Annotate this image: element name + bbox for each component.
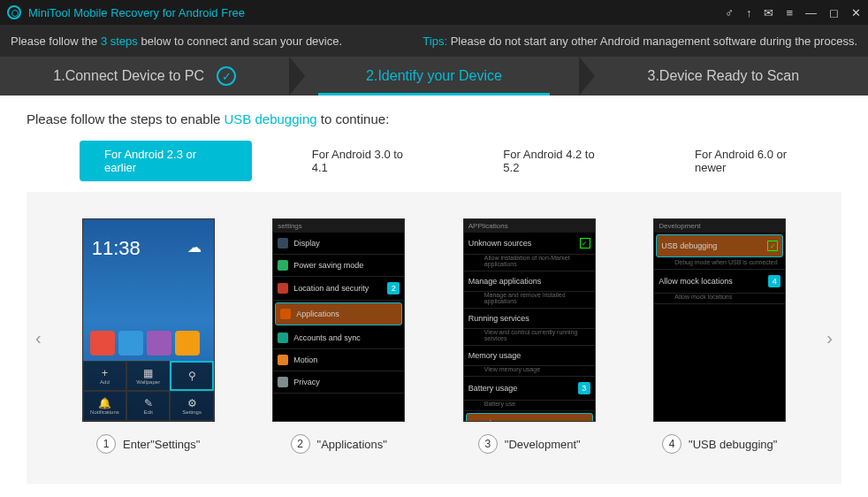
settings-row: Manage applications: [464, 271, 595, 292]
settings-row: Privacy: [273, 371, 404, 394]
settings-row: USB debugging✓: [656, 234, 783, 257]
guide-panel-2: settings DisplayPower saving modeLocatio…: [253, 218, 426, 457]
app-icon: [90, 331, 115, 356]
caption-3: 3 "Development": [478, 434, 581, 454]
settings-row: Accounts and sync: [273, 327, 404, 349]
step-bar: 1.Connect Device to PC ✓ 2.Identify your…: [0, 57, 868, 96]
arrow-icon: [289, 57, 305, 96]
guide-panel-4: Development USB debugging✓Debug mode whe…: [634, 218, 807, 457]
step-ready[interactable]: 3.Device Ready to Scan: [579, 57, 868, 96]
phone-screen-development: Development USB debugging✓Debug mode whe…: [653, 218, 786, 422]
settings-row: Display: [273, 233, 404, 255]
step-identify[interactable]: 2.Identify your Device: [289, 57, 578, 96]
caption-1: 1 Enter"Settings": [96, 434, 200, 454]
app-icon: [175, 331, 200, 356]
step-connect[interactable]: 1.Connect Device to PC ✓: [0, 57, 289, 96]
titlebar: MiniTool Mobile Recovery for Android Fre…: [0, 0, 868, 25]
info-right: Tips: Please do not start any other Andr…: [423, 34, 857, 48]
guide-panel-1: 11:38 ☁ +Add▦Wallpaper⚲🔔Notifications✎Ed…: [62, 218, 235, 457]
dock: +Add▦Wallpaper⚲🔔Notifications✎Edit⚙Setti…: [83, 361, 214, 421]
key-icon[interactable]: ♂: [725, 6, 734, 19]
arrow-icon: [579, 57, 595, 96]
app-icon: [147, 331, 171, 356]
weather-icon: ☁: [187, 239, 202, 256]
guide-panel-3: APPlications Unknown sources✓Allow insta…: [443, 218, 616, 457]
tab-android-3-0[interactable]: For Android 3.0 to 4.1: [287, 141, 444, 181]
app-icon: [118, 331, 143, 356]
maximize-button[interactable]: ◻: [829, 6, 839, 19]
dock-item: ▦Wallpaper: [126, 361, 170, 391]
tab-android-6-0[interactable]: For Android 6.0 or newer: [670, 141, 841, 181]
upgrade-icon[interactable]: ↑: [746, 6, 752, 19]
minimize-button[interactable]: —: [805, 6, 817, 19]
info-left: Please follow the 3 steps below to conne…: [11, 34, 342, 48]
settings-row: Allow mock locations4: [654, 270, 785, 294]
instruction-text: Please follow the steps to enable USB de…: [27, 111, 841, 126]
app-grid: [83, 331, 214, 356]
dock-item: ⚲: [170, 361, 213, 391]
caption-4: 4 "USB debugging": [662, 434, 777, 454]
settings-row: Battery usage3: [464, 377, 595, 401]
close-button[interactable]: ✕: [851, 6, 861, 19]
dock-item: ✎Edit: [126, 391, 170, 421]
next-arrow-icon[interactable]: ›: [826, 328, 833, 348]
app-title: MiniTool Mobile Recovery for Android Fre…: [28, 6, 725, 19]
settings-row: Motion: [273, 349, 404, 371]
usb-debugging-link[interactable]: USB debugging: [224, 111, 316, 126]
menu-icon[interactable]: ≡: [786, 6, 793, 19]
version-tabs: For Android 2.3 or earlier For Android 3…: [27, 141, 841, 181]
content-area: Please follow the steps to enable USB de…: [0, 96, 868, 497]
settings-row: Unknown sources✓: [464, 233, 595, 255]
settings-row: Development: [466, 413, 593, 422]
phone-screen-settings: settings DisplayPower saving modeLocatio…: [272, 218, 405, 422]
settings-row: Applications: [275, 302, 402, 325]
dock-item: 🔔Notifications: [83, 391, 126, 421]
dock-item: ⚙Settings: [170, 391, 213, 421]
app-logo-icon: [7, 5, 21, 19]
tab-android-4-2[interactable]: For Android 4.2 to 5.2: [478, 141, 635, 181]
check-icon: ✓: [217, 66, 236, 86]
phone-screen-home: 11:38 ☁ +Add▦Wallpaper⚲🔔Notifications✎Ed…: [82, 218, 215, 422]
settings-row: Power saving mode: [273, 255, 404, 277]
settings-row: Memory usage: [464, 346, 595, 366]
mail-icon[interactable]: ✉: [764, 6, 773, 19]
info-bar: Please follow the 3 steps below to conne…: [0, 25, 868, 57]
settings-row: Running services: [464, 309, 595, 329]
phone-screen-applications: APPlications Unknown sources✓Allow insta…: [463, 218, 596, 422]
tab-android-2-3[interactable]: For Android 2.3 or earlier: [80, 141, 252, 181]
prev-arrow-icon[interactable]: ‹: [35, 328, 42, 348]
window-controls: ♂ ↑ ✉ ≡ — ◻ ✕: [725, 6, 861, 19]
dock-item: +Add: [83, 361, 126, 391]
caption-2: 2 "Applications": [291, 434, 387, 454]
guide-container: ‹ › 11:38 ☁ +Add▦Wallpaper⚲🔔Notification…: [27, 192, 841, 484]
settings-row: Location and security2: [273, 277, 404, 301]
